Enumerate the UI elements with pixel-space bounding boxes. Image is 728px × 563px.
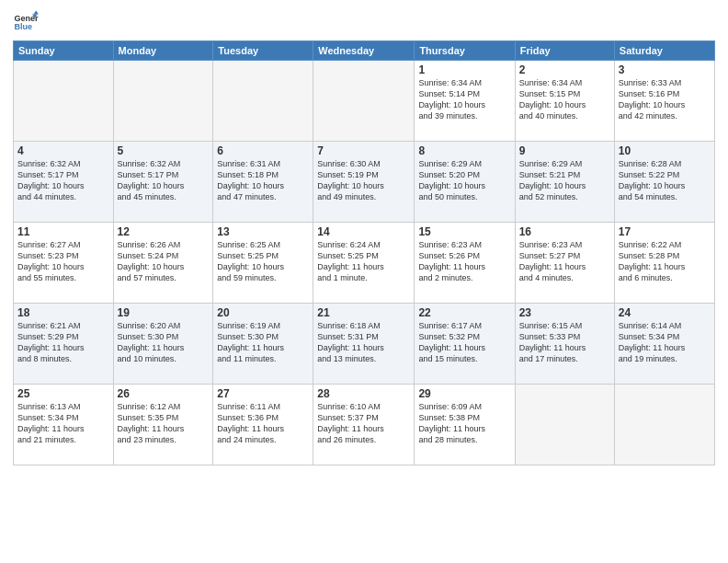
calendar-cell: 11Sunrise: 6:27 AM Sunset: 5:23 PM Dayli…: [14, 223, 114, 304]
day-info: Sunrise: 6:33 AM Sunset: 5:16 PM Dayligh…: [619, 77, 711, 122]
day-number: 26: [118, 387, 210, 400]
day-info: Sunrise: 6:26 AM Sunset: 5:24 PM Dayligh…: [118, 239, 210, 284]
calendar-cell: 22Sunrise: 6:17 AM Sunset: 5:32 PM Dayli…: [415, 304, 515, 385]
day-number: 19: [118, 306, 210, 319]
calendar-cell: 8Sunrise: 6:29 AM Sunset: 5:20 PM Daylig…: [415, 142, 515, 223]
weekday-sunday: Sunday: [14, 41, 114, 61]
day-number: 18: [17, 306, 109, 319]
day-info: Sunrise: 6:25 AM Sunset: 5:25 PM Dayligh…: [217, 239, 309, 284]
day-number: 29: [418, 387, 510, 400]
day-number: 10: [619, 144, 711, 157]
calendar-cell: 24Sunrise: 6:14 AM Sunset: 5:34 PM Dayli…: [614, 304, 714, 385]
calendar-cell: 13Sunrise: 6:25 AM Sunset: 5:25 PM Dayli…: [213, 223, 313, 304]
calendar-cell: 4Sunrise: 6:32 AM Sunset: 5:17 PM Daylig…: [14, 142, 114, 223]
calendar-cell: 27Sunrise: 6:11 AM Sunset: 5:36 PM Dayli…: [213, 385, 313, 465]
day-info: Sunrise: 6:18 AM Sunset: 5:31 PM Dayligh…: [317, 320, 410, 365]
day-number: 13: [217, 225, 309, 238]
calendar-cell: [213, 61, 313, 142]
day-number: 27: [217, 387, 309, 400]
day-info: Sunrise: 6:29 AM Sunset: 5:20 PM Dayligh…: [418, 158, 510, 203]
calendar-cell: 26Sunrise: 6:12 AM Sunset: 5:35 PM Dayli…: [113, 385, 213, 465]
weekday-saturday: Saturday: [614, 41, 714, 61]
day-info: Sunrise: 6:31 AM Sunset: 5:18 PM Dayligh…: [217, 158, 309, 203]
week-row-3: 18Sunrise: 6:21 AM Sunset: 5:29 PM Dayli…: [14, 304, 715, 385]
day-info: Sunrise: 6:32 AM Sunset: 5:17 PM Dayligh…: [17, 158, 109, 203]
calendar-cell: 21Sunrise: 6:18 AM Sunset: 5:31 PM Dayli…: [313, 304, 415, 385]
calendar-cell: 17Sunrise: 6:22 AM Sunset: 5:28 PM Dayli…: [614, 223, 714, 304]
day-number: 5: [118, 144, 210, 157]
day-info: Sunrise: 6:22 AM Sunset: 5:28 PM Dayligh…: [619, 239, 711, 284]
weekday-friday: Friday: [515, 41, 614, 61]
calendar-cell: 16Sunrise: 6:23 AM Sunset: 5:27 PM Dayli…: [515, 223, 614, 304]
day-number: 9: [519, 144, 610, 157]
calendar-cell: 14Sunrise: 6:24 AM Sunset: 5:25 PM Dayli…: [313, 223, 415, 304]
day-number: 4: [17, 144, 109, 157]
calendar-cell: 25Sunrise: 6:13 AM Sunset: 5:34 PM Dayli…: [14, 385, 114, 465]
calendar: SundayMondayTuesdayWednesdayThursdayFrid…: [13, 40, 715, 465]
day-info: Sunrise: 6:19 AM Sunset: 5:30 PM Dayligh…: [217, 320, 309, 365]
calendar-cell: 12Sunrise: 6:26 AM Sunset: 5:24 PM Dayli…: [113, 223, 213, 304]
svg-marker-2: [33, 10, 39, 14]
day-info: Sunrise: 6:34 AM Sunset: 5:15 PM Dayligh…: [519, 77, 610, 122]
day-number: 15: [418, 225, 510, 238]
calendar-cell: 5Sunrise: 6:32 AM Sunset: 5:17 PM Daylig…: [113, 142, 213, 223]
day-info: Sunrise: 6:29 AM Sunset: 5:21 PM Dayligh…: [519, 158, 610, 203]
day-info: Sunrise: 6:10 AM Sunset: 5:37 PM Dayligh…: [317, 401, 410, 446]
weekday-wednesday: Wednesday: [313, 41, 415, 61]
day-number: 20: [217, 306, 309, 319]
day-info: Sunrise: 6:27 AM Sunset: 5:23 PM Dayligh…: [17, 239, 109, 284]
weekday-header-row: SundayMondayTuesdayWednesdayThursdayFrid…: [14, 41, 715, 61]
day-number: 11: [17, 225, 109, 238]
day-number: 2: [519, 63, 610, 76]
logo-icon: General Blue: [13, 9, 39, 35]
day-number: 3: [619, 63, 711, 76]
svg-text:Blue: Blue: [14, 22, 32, 31]
calendar-cell: [14, 61, 114, 142]
day-info: Sunrise: 6:15 AM Sunset: 5:33 PM Dayligh…: [519, 320, 610, 365]
calendar-cell: 23Sunrise: 6:15 AM Sunset: 5:33 PM Dayli…: [515, 304, 614, 385]
calendar-cell: [614, 385, 714, 465]
day-number: 16: [519, 225, 610, 238]
weekday-tuesday: Tuesday: [213, 41, 313, 61]
day-info: Sunrise: 6:21 AM Sunset: 5:29 PM Dayligh…: [17, 320, 109, 365]
calendar-cell: 7Sunrise: 6:30 AM Sunset: 5:19 PM Daylig…: [313, 142, 415, 223]
calendar-cell: 2Sunrise: 6:34 AM Sunset: 5:15 PM Daylig…: [515, 61, 614, 142]
day-info: Sunrise: 6:11 AM Sunset: 5:36 PM Dayligh…: [217, 401, 309, 446]
calendar-cell: [515, 385, 614, 465]
day-info: Sunrise: 6:24 AM Sunset: 5:25 PM Dayligh…: [317, 239, 410, 284]
logo: General Blue: [13, 9, 42, 35]
day-number: 28: [317, 387, 410, 400]
day-number: 1: [418, 63, 510, 76]
calendar-cell: 6Sunrise: 6:31 AM Sunset: 5:18 PM Daylig…: [213, 142, 313, 223]
calendar-cell: 10Sunrise: 6:28 AM Sunset: 5:22 PM Dayli…: [614, 142, 714, 223]
calendar-cell: [113, 61, 213, 142]
day-number: 21: [317, 306, 410, 319]
day-info: Sunrise: 6:09 AM Sunset: 5:38 PM Dayligh…: [418, 401, 510, 446]
day-number: 25: [17, 387, 109, 400]
day-info: Sunrise: 6:13 AM Sunset: 5:34 PM Dayligh…: [17, 401, 109, 446]
page: General Blue SundayMondayTuesdayWednesda…: [0, 0, 728, 563]
calendar-cell: 19Sunrise: 6:20 AM Sunset: 5:30 PM Dayli…: [113, 304, 213, 385]
day-number: 23: [519, 306, 610, 319]
day-info: Sunrise: 6:20 AM Sunset: 5:30 PM Dayligh…: [118, 320, 210, 365]
day-number: 24: [619, 306, 711, 319]
week-row-2: 11Sunrise: 6:27 AM Sunset: 5:23 PM Dayli…: [14, 223, 715, 304]
day-number: 17: [619, 225, 711, 238]
calendar-cell: [313, 61, 415, 142]
day-number: 22: [418, 306, 510, 319]
weekday-monday: Monday: [113, 41, 213, 61]
day-info: Sunrise: 6:12 AM Sunset: 5:35 PM Dayligh…: [118, 401, 210, 446]
day-info: Sunrise: 6:17 AM Sunset: 5:32 PM Dayligh…: [418, 320, 510, 365]
day-info: Sunrise: 6:14 AM Sunset: 5:34 PM Dayligh…: [619, 320, 711, 365]
calendar-cell: 15Sunrise: 6:23 AM Sunset: 5:26 PM Dayli…: [415, 223, 515, 304]
day-number: 14: [317, 225, 410, 238]
day-number: 8: [418, 144, 510, 157]
calendar-cell: 28Sunrise: 6:10 AM Sunset: 5:37 PM Dayli…: [313, 385, 415, 465]
day-info: Sunrise: 6:32 AM Sunset: 5:17 PM Dayligh…: [118, 158, 210, 203]
calendar-cell: 29Sunrise: 6:09 AM Sunset: 5:38 PM Dayli…: [415, 385, 515, 465]
calendar-cell: 3Sunrise: 6:33 AM Sunset: 5:16 PM Daylig…: [614, 61, 714, 142]
day-number: 7: [317, 144, 410, 157]
day-info: Sunrise: 6:28 AM Sunset: 5:22 PM Dayligh…: [619, 158, 711, 203]
day-info: Sunrise: 6:23 AM Sunset: 5:27 PM Dayligh…: [519, 239, 610, 284]
header: General Blue: [13, 9, 715, 35]
